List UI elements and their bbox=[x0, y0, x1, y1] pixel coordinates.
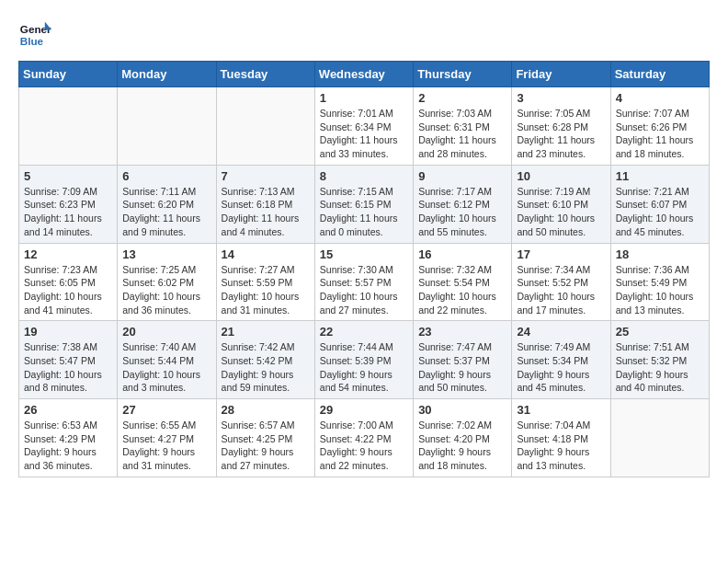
day-number: 7 bbox=[222, 169, 310, 183]
calendar-day-cell: 21Sunrise: 7:42 AM Sunset: 5:42 PM Dayli… bbox=[216, 321, 314, 399]
calendar-table: SundayMondayTuesdayWednesdayThursdayFrid… bbox=[18, 61, 710, 477]
day-info: Sunrise: 6:55 AM Sunset: 4:27 PM Dayligh… bbox=[122, 419, 210, 473]
day-info: Sunrise: 7:07 AM Sunset: 6:26 PM Dayligh… bbox=[616, 107, 704, 161]
day-number: 3 bbox=[517, 91, 605, 105]
weekday-header-friday: Friday bbox=[512, 62, 610, 87]
day-number: 31 bbox=[517, 403, 605, 417]
calendar-week-row: 19Sunrise: 7:38 AM Sunset: 5:47 PM Dayli… bbox=[19, 321, 710, 399]
day-number: 30 bbox=[418, 403, 506, 417]
day-info: Sunrise: 7:09 AM Sunset: 6:23 PM Dayligh… bbox=[24, 185, 112, 239]
day-info: Sunrise: 7:03 AM Sunset: 6:31 PM Dayligh… bbox=[418, 107, 506, 161]
day-info: Sunrise: 7:47 AM Sunset: 5:37 PM Dayligh… bbox=[418, 340, 506, 395]
weekday-header-row: SundayMondayTuesdayWednesdayThursdayFrid… bbox=[19, 62, 710, 87]
day-number: 4 bbox=[616, 91, 704, 105]
day-info: Sunrise: 7:02 AM Sunset: 4:20 PM Dayligh… bbox=[418, 419, 506, 473]
calendar-day-cell bbox=[19, 87, 118, 166]
day-info: Sunrise: 7:51 AM Sunset: 5:32 PM Dayligh… bbox=[616, 340, 704, 395]
svg-text:Blue: Blue bbox=[20, 35, 44, 47]
day-number: 13 bbox=[122, 247, 210, 261]
calendar-day-cell: 24Sunrise: 7:49 AM Sunset: 5:34 PM Dayli… bbox=[512, 321, 610, 399]
day-number: 8 bbox=[320, 169, 408, 183]
day-info: Sunrise: 7:15 AM Sunset: 6:15 PM Dayligh… bbox=[320, 185, 408, 239]
calendar-day-cell: 1Sunrise: 7:01 AM Sunset: 6:34 PM Daylig… bbox=[314, 87, 413, 166]
calendar-week-row: 1Sunrise: 7:01 AM Sunset: 6:34 PM Daylig… bbox=[19, 87, 710, 166]
day-number: 19 bbox=[24, 325, 112, 339]
day-number: 28 bbox=[222, 403, 310, 417]
calendar-day-cell: 27Sunrise: 6:55 AM Sunset: 4:27 PM Dayli… bbox=[118, 399, 216, 477]
calendar-day-cell: 17Sunrise: 7:34 AM Sunset: 5:52 PM Dayli… bbox=[512, 243, 610, 321]
day-info: Sunrise: 7:13 AM Sunset: 6:18 PM Dayligh… bbox=[222, 185, 310, 239]
day-number: 20 bbox=[122, 325, 210, 339]
calendar-day-cell: 13Sunrise: 7:25 AM Sunset: 6:02 PM Dayli… bbox=[118, 243, 216, 321]
calendar-day-cell: 12Sunrise: 7:23 AM Sunset: 6:05 PM Dayli… bbox=[19, 243, 118, 321]
calendar-day-cell: 8Sunrise: 7:15 AM Sunset: 6:15 PM Daylig… bbox=[314, 165, 413, 243]
day-info: Sunrise: 7:17 AM Sunset: 6:12 PM Dayligh… bbox=[418, 185, 506, 239]
day-info: Sunrise: 7:34 AM Sunset: 5:52 PM Dayligh… bbox=[517, 263, 605, 317]
weekday-header-sunday: Sunday bbox=[19, 62, 118, 87]
day-number: 2 bbox=[418, 91, 506, 105]
day-info: Sunrise: 7:21 AM Sunset: 6:07 PM Dayligh… bbox=[616, 185, 704, 239]
calendar-day-cell: 4Sunrise: 7:07 AM Sunset: 6:26 PM Daylig… bbox=[610, 87, 709, 166]
day-info: Sunrise: 7:40 AM Sunset: 5:44 PM Dayligh… bbox=[122, 340, 210, 395]
day-info: Sunrise: 7:44 AM Sunset: 5:39 PM Dayligh… bbox=[320, 340, 408, 395]
day-number: 21 bbox=[222, 325, 310, 339]
calendar-day-cell: 18Sunrise: 7:36 AM Sunset: 5:49 PM Dayli… bbox=[610, 243, 709, 321]
day-number: 29 bbox=[320, 403, 408, 417]
calendar-day-cell: 28Sunrise: 6:57 AM Sunset: 4:25 PM Dayli… bbox=[216, 399, 314, 477]
day-number: 15 bbox=[320, 247, 408, 261]
day-info: Sunrise: 7:25 AM Sunset: 6:02 PM Dayligh… bbox=[122, 263, 210, 317]
calendar-day-cell: 30Sunrise: 7:02 AM Sunset: 4:20 PM Dayli… bbox=[414, 399, 512, 477]
calendar-day-cell: 22Sunrise: 7:44 AM Sunset: 5:39 PM Dayli… bbox=[314, 321, 413, 399]
day-info: Sunrise: 7:42 AM Sunset: 5:42 PM Dayligh… bbox=[222, 340, 310, 395]
day-number: 24 bbox=[517, 325, 605, 339]
calendar-day-cell: 7Sunrise: 7:13 AM Sunset: 6:18 PM Daylig… bbox=[216, 165, 314, 243]
day-info: Sunrise: 7:49 AM Sunset: 5:34 PM Dayligh… bbox=[517, 340, 605, 395]
calendar-day-cell: 29Sunrise: 7:00 AM Sunset: 4:22 PM Dayli… bbox=[314, 399, 413, 477]
day-info: Sunrise: 7:23 AM Sunset: 6:05 PM Dayligh… bbox=[24, 263, 112, 317]
weekday-header-saturday: Saturday bbox=[610, 62, 709, 87]
calendar-day-cell: 25Sunrise: 7:51 AM Sunset: 5:32 PM Dayli… bbox=[610, 321, 709, 399]
calendar-day-cell: 16Sunrise: 7:32 AM Sunset: 5:54 PM Dayli… bbox=[414, 243, 512, 321]
day-info: Sunrise: 7:36 AM Sunset: 5:49 PM Dayligh… bbox=[616, 263, 704, 317]
calendar-day-cell bbox=[216, 87, 314, 166]
calendar-day-cell: 15Sunrise: 7:30 AM Sunset: 5:57 PM Dayli… bbox=[314, 243, 413, 321]
calendar-day-cell: 5Sunrise: 7:09 AM Sunset: 6:23 PM Daylig… bbox=[19, 165, 118, 243]
day-info: Sunrise: 7:30 AM Sunset: 5:57 PM Dayligh… bbox=[320, 263, 408, 317]
day-number: 25 bbox=[616, 325, 704, 339]
day-number: 26 bbox=[24, 403, 112, 417]
day-info: Sunrise: 6:53 AM Sunset: 4:29 PM Dayligh… bbox=[24, 419, 112, 473]
day-number: 17 bbox=[517, 247, 605, 261]
day-number: 27 bbox=[122, 403, 210, 417]
calendar-day-cell: 19Sunrise: 7:38 AM Sunset: 5:47 PM Dayli… bbox=[19, 321, 118, 399]
calendar-day-cell: 26Sunrise: 6:53 AM Sunset: 4:29 PM Dayli… bbox=[19, 399, 118, 477]
day-info: Sunrise: 7:32 AM Sunset: 5:54 PM Dayligh… bbox=[418, 263, 506, 317]
logo-icon: GeneralBlue bbox=[18, 18, 51, 52]
day-number: 5 bbox=[24, 169, 112, 183]
calendar-day-cell: 14Sunrise: 7:27 AM Sunset: 5:59 PM Dayli… bbox=[216, 243, 314, 321]
day-number: 9 bbox=[418, 169, 506, 183]
day-info: Sunrise: 7:27 AM Sunset: 5:59 PM Dayligh… bbox=[222, 263, 310, 317]
day-info: Sunrise: 7:11 AM Sunset: 6:20 PM Dayligh… bbox=[122, 185, 210, 239]
day-number: 14 bbox=[222, 247, 310, 261]
calendar-day-cell: 31Sunrise: 7:04 AM Sunset: 4:18 PM Dayli… bbox=[512, 399, 610, 477]
day-number: 12 bbox=[24, 247, 112, 261]
calendar-day-cell bbox=[610, 399, 709, 477]
day-number: 11 bbox=[616, 169, 704, 183]
day-info: Sunrise: 7:04 AM Sunset: 4:18 PM Dayligh… bbox=[517, 419, 605, 473]
calendar-week-row: 26Sunrise: 6:53 AM Sunset: 4:29 PM Dayli… bbox=[19, 399, 710, 477]
calendar-week-row: 5Sunrise: 7:09 AM Sunset: 6:23 PM Daylig… bbox=[19, 165, 710, 243]
day-info: Sunrise: 7:00 AM Sunset: 4:22 PM Dayligh… bbox=[320, 419, 408, 473]
calendar-day-cell: 2Sunrise: 7:03 AM Sunset: 6:31 PM Daylig… bbox=[414, 87, 512, 166]
day-info: Sunrise: 7:01 AM Sunset: 6:34 PM Dayligh… bbox=[320, 107, 408, 161]
day-info: Sunrise: 7:38 AM Sunset: 5:47 PM Dayligh… bbox=[24, 340, 112, 395]
calendar-day-cell: 6Sunrise: 7:11 AM Sunset: 6:20 PM Daylig… bbox=[118, 165, 216, 243]
day-info: Sunrise: 7:05 AM Sunset: 6:28 PM Dayligh… bbox=[517, 107, 605, 161]
weekday-header-thursday: Thursday bbox=[414, 62, 512, 87]
day-number: 6 bbox=[122, 169, 210, 183]
calendar-day-cell: 9Sunrise: 7:17 AM Sunset: 6:12 PM Daylig… bbox=[414, 165, 512, 243]
calendar-day-cell: 3Sunrise: 7:05 AM Sunset: 6:28 PM Daylig… bbox=[512, 87, 610, 166]
page-header: GeneralBlue bbox=[18, 18, 710, 52]
day-number: 10 bbox=[517, 169, 605, 183]
day-info: Sunrise: 7:19 AM Sunset: 6:10 PM Dayligh… bbox=[517, 185, 605, 239]
weekday-header-monday: Monday bbox=[118, 62, 216, 87]
